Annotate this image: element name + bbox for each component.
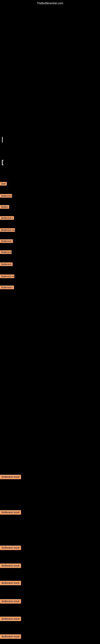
bottleneck-badge-16[interactable]: Bottleneck result [0, 599, 21, 604]
bracket-indicator: [ [1, 159, 3, 166]
bottleneck-badge-7[interactable]: Bottleneck re [0, 250, 12, 254]
bottleneck-badge-18[interactable]: Bottleneck result [0, 634, 21, 639]
bottleneck-badge-9[interactable]: Bottleneck resu [0, 274, 14, 278]
bottleneck-badge-10[interactable]: Bottleneck r [0, 286, 14, 289]
bottleneck-badge-17[interactable]: Bottleneck result [0, 617, 21, 621]
bottleneck-badge-14[interactable]: Bottleneck result [0, 564, 21, 568]
bottleneck-badge-3[interactable]: Bottlen [0, 205, 9, 209]
bottleneck-badge-1[interactable]: Bottl [0, 182, 7, 186]
bottleneck-badge-6[interactable]: Bottleneck r [0, 239, 13, 243]
bottleneck-badge-4[interactable]: Bottleneck r [0, 216, 14, 220]
bottleneck-badge-2[interactable]: Bottleneck [0, 194, 12, 198]
cursor-indicator [2, 137, 2, 142]
bottleneck-badge-8[interactable]: Bottleneck [0, 262, 13, 266]
bottleneck-badge-13[interactable]: Bottleneck result [0, 546, 21, 550]
bottleneck-badge-11[interactable]: Bottleneck result [0, 475, 21, 479]
bottleneck-badge-5[interactable]: Bottleneck res [0, 228, 15, 232]
bottleneck-badge-12[interactable]: Bottleneck result [0, 510, 21, 514]
bottleneck-badge-15[interactable]: Bottleneck result [0, 581, 21, 585]
site-title: TheBottlenecker.com [37, 2, 63, 5]
